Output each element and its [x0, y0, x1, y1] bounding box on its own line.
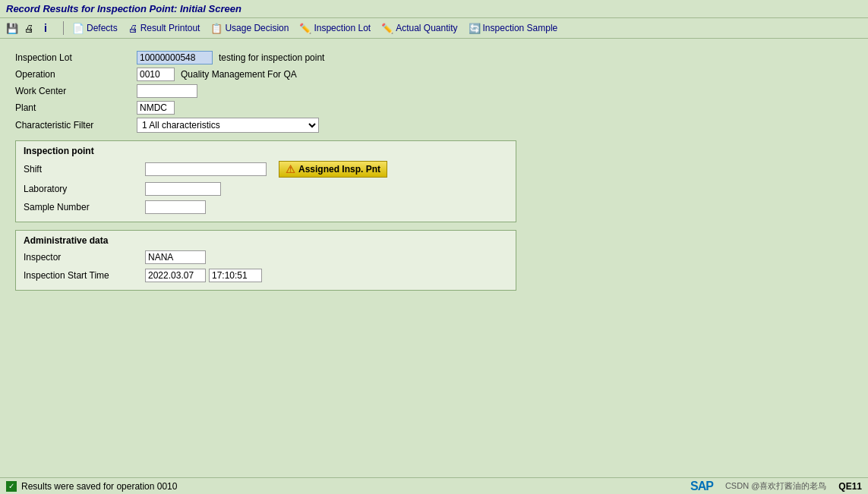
operation-description: Quality Management For QA [181, 69, 297, 80]
toolbar-icons: 💾 🖨 i [5, 20, 53, 36]
usage-decision-label: Usage Decision [225, 23, 289, 33]
laboratory-row: Laboratory [24, 182, 508, 196]
inspection-lot-field-label: Inspection Lot [15, 52, 137, 63]
save-icon[interactable]: 💾 [5, 20, 20, 36]
operation-field-label: Operation [15, 69, 137, 80]
administrative-data-title: Administrative data [24, 235, 508, 246]
plant-field-label: Plant [15, 102, 137, 113]
actual-quantity-label: Actual Quantity [396, 23, 457, 33]
inspection-lot-row: Inspection Lot testing for inspection po… [15, 51, 853, 65]
shift-row: Shift ⚠ Assigned Insp. Pnt [24, 161, 508, 178]
inspector-row: Inspector [24, 250, 508, 264]
operation-row: Operation Quality Management For QA [15, 68, 853, 81]
characteristic-filter-row: Characteristic Filter 1 All characterist… [15, 118, 853, 133]
administrative-data-section: Administrative data Inspector Inspection… [15, 230, 516, 291]
inspection-sample-icon: 🔄 [469, 23, 481, 34]
defects-button[interactable]: 📄 Defects [68, 21, 122, 36]
inspection-lot-input[interactable] [137, 51, 213, 65]
work-center-row: Work Center [15, 84, 853, 98]
result-printout-label: Result Printout [140, 23, 200, 33]
result-printout-button[interactable]: 🖨 Result Printout [124, 21, 205, 36]
inspector-input[interactable] [145, 250, 206, 264]
sample-number-row: Sample Number [24, 200, 508, 214]
inspector-label: Inspector [24, 252, 145, 263]
characteristic-filter-label: Characteristic Filter [15, 120, 137, 131]
inspection-lot-label: Inspection Lot [314, 23, 371, 33]
usage-decision-button[interactable]: 📋 Usage Decision [206, 21, 293, 36]
actual-quantity-button[interactable]: ✏️ Actual Quantity [377, 21, 462, 36]
characteristic-filter-select[interactable]: 1 All characteristics 2 Open characteris… [137, 118, 319, 133]
shift-input[interactable] [145, 162, 267, 176]
toolbar-separator [63, 21, 64, 35]
sample-number-label: Sample Number [24, 202, 145, 212]
shift-label: Shift [24, 164, 145, 175]
inspection-start-label: Inspection Start Time [24, 270, 145, 281]
sample-number-input[interactable] [145, 200, 206, 214]
inspection-lot-description: testing for inspection point [219, 52, 324, 63]
inspection-point-section: Inspection point Shift ⚠ Assigned Insp. … [15, 140, 516, 222]
title-bar: Record Results for Inspection Point: Ini… [0, 0, 868, 18]
actual-quantity-icon: ✏️ [381, 23, 393, 34]
main-content: Inspection Lot testing for inspection po… [0, 39, 868, 310]
result-printout-icon: 🖨 [128, 23, 138, 34]
work-center-input[interactable] [137, 84, 197, 98]
laboratory-input[interactable] [145, 182, 221, 196]
defects-icon: 📄 [72, 23, 84, 34]
toolbar: 💾 🖨 i 📄 Defects 🖨 Result Printout 📋 Usag… [0, 18, 868, 39]
inspection-start-date-input[interactable] [145, 269, 206, 282]
work-center-field-label: Work Center [15, 86, 137, 96]
inspection-sample-label: Inspection Sample [483, 23, 558, 33]
inspection-start-time-input[interactable] [209, 269, 262, 282]
page-title: Record Results for Inspection Point: Ini… [6, 3, 241, 14]
info-icon[interactable]: i [38, 20, 53, 36]
inspection-lot-icon: ✏️ [299, 23, 311, 34]
usage-decision-icon: 📋 [210, 23, 223, 34]
inspection-point-title: Inspection point [24, 146, 508, 156]
inspection-start-row: Inspection Start Time [24, 269, 508, 282]
print-icon[interactable]: 🖨 [21, 20, 36, 36]
plant-row: Plant [15, 101, 853, 115]
assigned-insp-pnt-button[interactable]: ⚠ Assigned Insp. Pnt [279, 161, 387, 178]
assigned-btn-label: Assigned Insp. Pnt [298, 164, 380, 175]
operation-input[interactable] [137, 68, 175, 81]
plant-input[interactable] [137, 101, 175, 115]
laboratory-label: Laboratory [24, 184, 145, 194]
defects-label: Defects [87, 23, 118, 33]
inspection-sample-button[interactable]: 🔄 Inspection Sample [464, 21, 563, 36]
inspection-lot-button[interactable]: ✏️ Inspection Lot [295, 21, 375, 36]
warning-triangle-icon: ⚠ [286, 163, 295, 175]
